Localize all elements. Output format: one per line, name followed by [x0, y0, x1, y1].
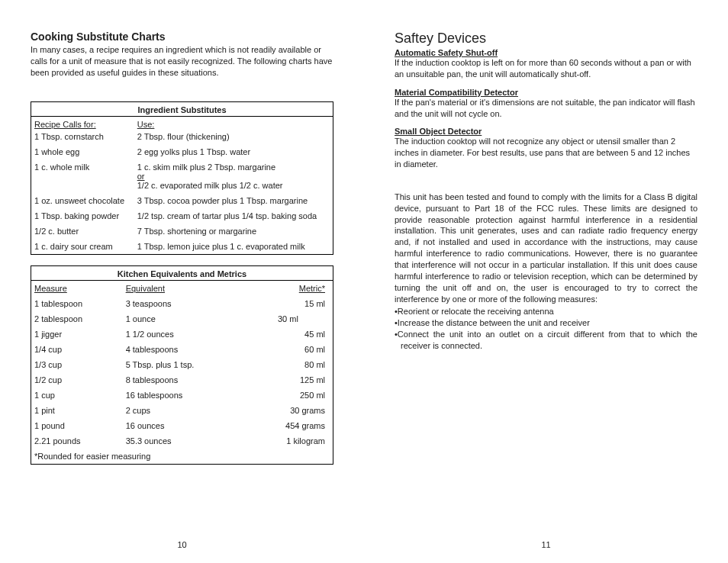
- list-item: Connect the unit into an outlet on a cir…: [395, 329, 697, 352]
- cooking-substitute-title: Cooking Substitute Charts: [31, 31, 333, 43]
- table-row: 2 tablespoon1 ounce30 ml: [31, 311, 333, 327]
- page-left: Cooking Substitute Charts In many cases,…: [0, 0, 364, 563]
- small-object-heading: Small Object Detector: [395, 127, 697, 136]
- metrics-col3: Metric*: [248, 280, 333, 296]
- table-row: 1/3 cup5 Tbsp. plus 1 tsp.80 ml: [31, 357, 333, 372]
- list-item: Reorient or relocate the receiving anten…: [395, 306, 697, 317]
- page-number-left: 10: [0, 540, 364, 549]
- table-row: 1 Tbsp. baking powder 1/2 tsp. cream of …: [31, 208, 333, 224]
- table-row: 1 Tbsp. cornstarch 2 Tbsp. flour (thicke…: [31, 132, 333, 144]
- ingredients-caption: Ingredient Substitutes: [31, 101, 333, 116]
- table-row: 1 c. dairy sour cream 1 Tbsp. lemon juic…: [31, 239, 333, 255]
- table-row: 2.21 pounds35.3 ounces1 kilogram: [31, 433, 333, 449]
- metrics-col1: Measure: [31, 280, 123, 296]
- ingredients-col1: Recipe Calls for:: [31, 116, 134, 132]
- table-row: 1 pint2 cups30 grams: [31, 403, 333, 418]
- table-row: 1 c. whole milk 1 c. skim milk plus 2 Tb…: [31, 159, 333, 193]
- table-row: 1/2 c. butter 7 Tbsp. shortening or marg…: [31, 224, 333, 239]
- page-number-right: 11: [364, 540, 728, 549]
- page-right: Saftey Devices Automatic Safety Shut-off…: [364, 0, 728, 563]
- fcc-compliance-text: This unit has been tested and found to c…: [395, 191, 697, 304]
- auto-shutoff-text: If the induction cooktop is left on for …: [395, 57, 697, 80]
- ingredients-col2: Use:: [134, 116, 333, 132]
- auto-shutoff-heading: Automatic Safety Shut-off: [395, 48, 697, 57]
- fcc-bullets: Reorient or relocate the receiving anten…: [395, 306, 697, 351]
- ingredient-substitutes-table: Ingredient Substitutes Recipe Calls for:…: [31, 101, 333, 255]
- table-row: 1/4 cup4 tablespoons60 ml: [31, 342, 333, 357]
- material-detector-text: If the pan's material or it's dimensions…: [395, 97, 697, 120]
- metrics-note: *Rounded for easier measuring: [31, 449, 333, 465]
- list-item: Increase the distance between the unit a…: [395, 317, 697, 329]
- table-row: 1 cup16 tablespoons250 ml: [31, 388, 333, 403]
- table-row: 1 whole egg 2 egg yolks plus 1 Tbsp. wat…: [31, 144, 333, 159]
- metrics-caption: Kitchen Equivalents and Metrics: [31, 265, 333, 280]
- metrics-col2: Equivalent: [123, 280, 248, 296]
- cooking-intro: In many cases, a recipe requires an ingr…: [31, 44, 333, 79]
- small-object-text: The induction cooktop will not recognize…: [395, 136, 697, 170]
- kitchen-equivalents-table: Kitchen Equivalents and Metrics Measure …: [31, 265, 333, 465]
- safety-devices-title: Saftey Devices: [395, 31, 697, 47]
- table-row: 1 tablespoon3 teaspoons15 ml: [31, 296, 333, 311]
- table-row: 1/2 cup8 tablespoons125 ml: [31, 372, 333, 388]
- table-row: 1 oz. unsweet chocolate 3 Tbsp. cocoa po…: [31, 193, 333, 208]
- table-row: 1 pound16 ounces454 grams: [31, 418, 333, 433]
- table-row: 1 jigger1 1/2 ounces45 ml: [31, 327, 333, 342]
- material-detector-heading: Material Compatibility Detector: [395, 88, 697, 97]
